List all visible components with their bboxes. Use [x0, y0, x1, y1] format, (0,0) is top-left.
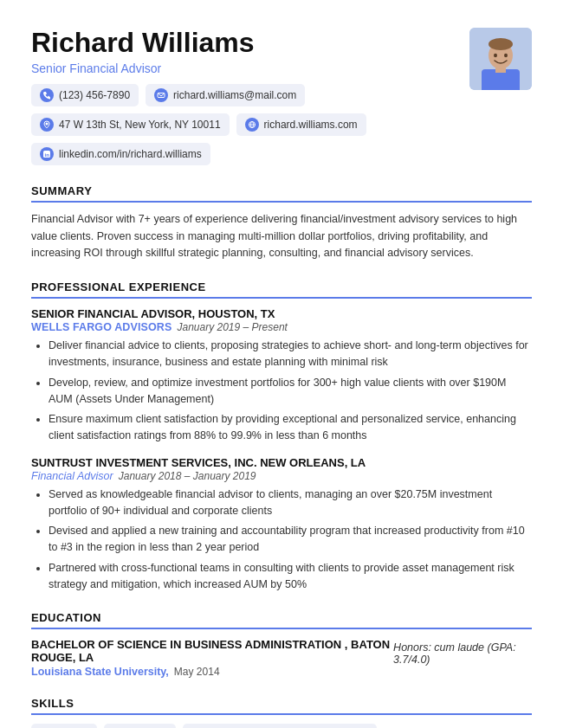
bullet-1-1: Deliver financial advice to clients, pro… [49, 338, 532, 370]
skills-section: SKILLS MS Office MS Project Salesforce, … [31, 697, 532, 728]
linkedin-icon: in [40, 147, 54, 161]
job-title-2: SUNTRUST INVESTMENT SERVICES, INC. New O… [31, 456, 532, 469]
job-date-2: January 2018 – January 2019 [119, 470, 256, 482]
linkedin-text: linkedin.com/in/richard.williams [59, 148, 202, 160]
candidate-name: Richard Williams [31, 28, 456, 58]
web-text: richard.williams.com [264, 119, 358, 131]
contact-phone: (123) 456-7890 [31, 84, 139, 106]
contact-web: richard.williams.com [236, 113, 366, 136]
location-text: 47 W 13th St, New York, NY 10011 [59, 119, 221, 131]
bullet-2-1: Served as knowledgeable financial adviso… [49, 486, 532, 519]
contact-linkedin: in linkedin.com/in/richard.williams [31, 143, 210, 165]
bullet-2-2: Devised and applied a new training and a… [49, 523, 532, 556]
skills-title: SKILLS [31, 697, 532, 715]
contact-email: richard.williams@mail.com [146, 84, 305, 106]
web-icon [245, 118, 259, 132]
edu-school-line: Louisiana State University, May 2014 [31, 666, 393, 678]
svg-point-12 [494, 54, 497, 57]
edu-block: BACHELOR OF SCIENCE IN BUSINESS ADMINIST… [31, 638, 532, 678]
summary-text: Financial Advisor with 7+ years of exper… [31, 211, 532, 261]
contact-location: 47 W 13th St, New York, NY 10011 [31, 113, 230, 136]
job-bullets-1: Deliver financial advice to clients, pro… [31, 338, 532, 444]
candidate-title: Senior Financial Advisor [31, 61, 456, 75]
experience-section: PROFESSIONAL EXPERIENCE SENIOR FINANCIAL… [31, 280, 532, 592]
location-icon [40, 118, 54, 132]
svg-point-13 [504, 54, 508, 57]
bullet-1-2: Develop, review, and optimize investment… [49, 375, 532, 408]
header-section: Richard Williams Senior Financial Adviso… [31, 28, 532, 165]
skill-1: MS Office [31, 724, 97, 728]
skills-row: MS Office MS Project Salesforce, TFS Pro… [31, 724, 532, 728]
edu-date: May 2014 [174, 666, 220, 678]
company-name-1: WELLS FARGO ADVISORS [31, 321, 171, 333]
job-block-2: SUNTRUST INVESTMENT SERVICES, INC. New O… [31, 456, 532, 593]
company-line-1: WELLS FARGO ADVISORS January 2019 – Pres… [31, 321, 532, 333]
education-section: EDUCATION BACHELOR OF SCIENCE IN BUSINES… [31, 611, 532, 678]
edu-school: Louisiana State University, [31, 666, 169, 678]
bullet-2-3: Partnered with cross-functional teams in… [49, 560, 532, 593]
phone-icon [40, 88, 54, 102]
svg-text:in: in [45, 152, 50, 158]
role-title-2: Financial Advisor [31, 470, 113, 482]
skill-3: Salesforce, TFS Project Management [183, 724, 377, 728]
job-bullets-2: Served as knowledgeable financial adviso… [31, 486, 532, 593]
job-block-1: SENIOR FINANCIAL ADVISOR, Houston, TX WE… [31, 307, 532, 444]
edu-degree: BACHELOR OF SCIENCE IN BUSINESS ADMINIST… [31, 638, 393, 664]
edu-left: BACHELOR OF SCIENCE IN BUSINESS ADMINIST… [31, 638, 393, 678]
education-title: EDUCATION [31, 611, 532, 629]
email-text: richard.williams@mail.com [173, 89, 296, 101]
svg-point-11 [489, 38, 513, 50]
contact-row: (123) 456-7890 richard.williams@mail.com… [31, 84, 456, 165]
svg-point-1 [46, 123, 49, 126]
summary-section: SUMMARY Financial Advisor with 7+ years … [31, 184, 532, 261]
header-left: Richard Williams Senior Financial Adviso… [31, 28, 456, 165]
phone-text: (123) 456-7890 [59, 89, 130, 101]
summary-title: SUMMARY [31, 184, 532, 203]
company-line-2: Financial Advisor January 2018 – January… [31, 470, 532, 482]
job-date-1: January 2019 – Present [177, 321, 287, 333]
experience-title: PROFESSIONAL EXPERIENCE [31, 280, 532, 299]
bullet-1-3: Ensure maximum client satisfaction by pr… [49, 411, 532, 444]
skill-2: MS Project [104, 724, 176, 728]
email-icon [154, 88, 168, 102]
job-title-1: SENIOR FINANCIAL ADVISOR, Houston, TX [31, 307, 532, 320]
avatar [469, 28, 532, 90]
edu-honors: Honors: cum laude (GPA: 3.7/4.0) [393, 641, 532, 666]
